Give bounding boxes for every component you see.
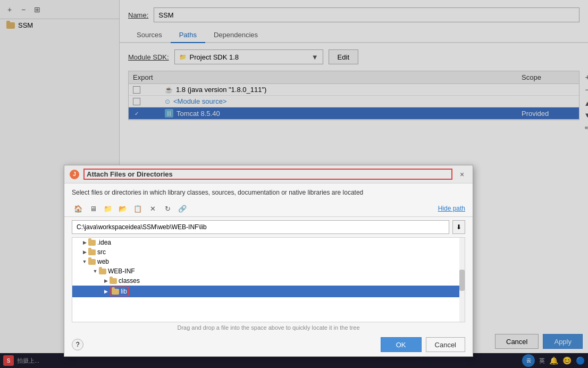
dialog-close-btn[interactable]: × (457, 169, 467, 180)
tree-node-web[interactable]: ▼ web (72, 257, 465, 266)
link-btn[interactable]: 🔗 (176, 203, 189, 214)
help-btn[interactable]: ? (72, 339, 83, 350)
folder-icon-web (88, 259, 96, 265)
tree-label-classes: classes (119, 277, 140, 285)
drag-hint: Drag and drop a file into the space abov… (64, 322, 473, 333)
open-folder-btn[interactable]: 📂 (116, 203, 129, 214)
tree-scrollbar-thumb (459, 270, 465, 291)
tree-arrow-idea: ▶ (81, 239, 88, 246)
dialog-bottom: ? OK Cancel (64, 333, 473, 356)
file-toolbar: 🏠 🖥 📁 📂 📋 ✕ ↻ 🔗 Hide path (64, 200, 473, 217)
path-input[interactable] (72, 220, 449, 234)
dialog-app-icon: J (70, 170, 79, 179)
tree-label-web: web (97, 258, 109, 265)
tree-arrow-classes: ▶ (102, 277, 110, 285)
folder-icon-lib (112, 289, 119, 295)
dialog-cancel-btn[interactable]: Cancel (426, 337, 465, 352)
tree-label-src: src (97, 248, 106, 256)
tree-arrow-webinf: ▼ (91, 267, 99, 275)
path-row: ⬇ (64, 217, 473, 237)
delete-btn[interactable]: ✕ (146, 203, 159, 214)
folder-icon-classes (110, 278, 117, 284)
tree-node-classes[interactable]: ▶ classes (72, 276, 465, 286)
folder-icon-idea (88, 240, 96, 246)
tree-label-lib: lib (121, 288, 127, 295)
dialog-title-bar: J Attach Files or Directories × (64, 165, 473, 183)
hide-path-link[interactable]: Hide path (438, 205, 465, 212)
tree-node-webinf[interactable]: ▼ WEB-INF (72, 266, 465, 276)
file-tree: ▶ .idea ▶ src ▼ web ▼ (72, 237, 465, 322)
folder-icon-src (88, 249, 96, 255)
tree-node-lib[interactable]: ▶ lib (72, 286, 465, 297)
tree-arrow-lib: ▶ (102, 288, 110, 295)
dialog-title: Attach Files or Directories (83, 169, 452, 180)
dialog-overlay: J Attach Files or Directories × Select f… (0, 0, 588, 368)
tree-label-webinf: WEB-INF (108, 267, 135, 275)
tree-node-idea[interactable]: ▶ .idea (72, 238, 465, 247)
tree-scrollbar[interactable] (459, 238, 465, 322)
home-btn[interactable]: 🏠 (72, 203, 85, 214)
dialog-description: Select files or directories in which lib… (64, 183, 473, 200)
tree-node-src[interactable]: ▶ src (72, 247, 465, 257)
main-window: + − ⊞ SSM Name: Sources Paths Dependenci… (0, 0, 588, 368)
copy-btn[interactable]: 📋 (131, 203, 144, 214)
tree-label-idea: .idea (97, 239, 111, 246)
new-folder-btn[interactable]: 📁 (102, 203, 114, 214)
dialog-ok-btn[interactable]: OK (381, 337, 422, 352)
tree-arrow-src: ▶ (81, 248, 88, 256)
path-expand-btn[interactable]: ⬇ (452, 220, 465, 234)
desktop-btn[interactable]: 🖥 (87, 203, 99, 214)
attach-dialog: J Attach Files or Directories × Select f… (64, 165, 473, 357)
refresh-btn[interactable]: ↻ (161, 203, 174, 214)
tree-arrow-web: ▼ (81, 258, 88, 265)
folder-icon-webinf (99, 269, 106, 274)
